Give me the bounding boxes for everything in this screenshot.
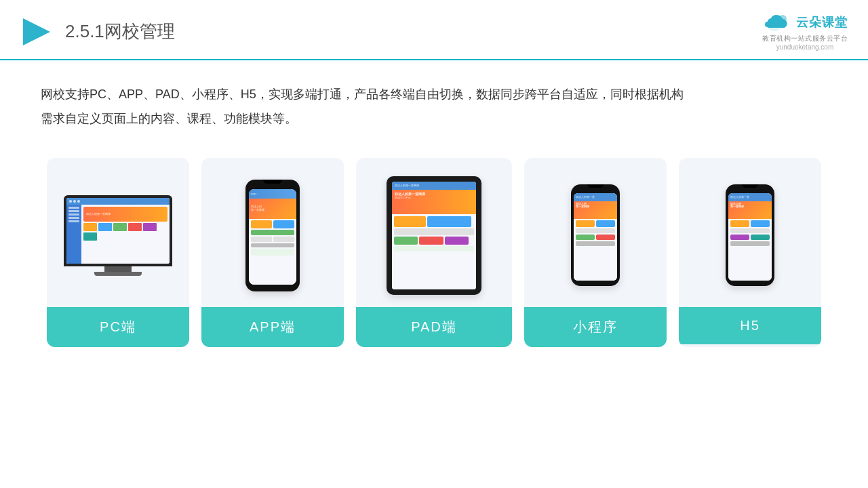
play-icon: [20, 16, 53, 48]
card-miniprogram: 职达人的第一堂 职达人的第一堂网课: [524, 158, 667, 347]
svg-marker-0: [23, 18, 50, 45]
tablet-mockup: 职达人的第一堂网课 职达人的第一堂网课 多端学习平台: [387, 176, 481, 295]
card-image-app: ●●●● 职达人的第一堂网课: [201, 158, 344, 307]
card-h5: 职达人的第一堂 职达人的第一堂网课: [679, 158, 821, 347]
svg-point-2: [778, 15, 787, 23]
title-prefix: 2.5.1: [65, 21, 104, 41]
cloud-icon: [762, 12, 792, 33]
description-block: 网校支持PC、APP、PAD、小程序、H5，实现多端打通，产品各终端自由切换，数…: [0, 60, 868, 138]
title-main: 网校管理: [104, 21, 175, 41]
card-label-pad: PAD端: [356, 307, 512, 347]
phone-mockup-app: ●●●● 职达人的第一堂网课: [245, 180, 300, 291]
cards-row: 职达人的第一堂网课: [0, 138, 868, 347]
card-label-app: APP端: [201, 307, 344, 347]
card-label-h5: H5: [679, 307, 821, 344]
phone-mini-h5: 职达人的第一堂 职达人的第一堂网课: [726, 184, 774, 286]
logo-cloud: 云朵课堂: [762, 12, 848, 33]
desc-line2: 需求自定义页面上的内容、课程、功能模块等。: [41, 106, 827, 131]
card-image-miniprogram: 职达人的第一堂 职达人的第一堂网课: [524, 158, 667, 307]
card-label-miniprogram: 小程序: [524, 307, 667, 347]
header: 2.5.1网校管理 云朵课堂 教育机构一站式服务云平台 yunduoketang…: [0, 0, 868, 60]
card-pc: 职达人的第一堂网课: [47, 158, 189, 347]
logo-area: 云朵课堂 教育机构一站式服务云平台 yunduoketang.com: [762, 12, 848, 51]
desc-line1: 网校支持PC、APP、PAD、小程序、H5，实现多端打通，产品各终端自由切换，数…: [41, 82, 827, 106]
card-image-h5: 职达人的第一堂 职达人的第一堂网课: [679, 158, 821, 307]
page-title: 2.5.1网校管理: [65, 20, 175, 43]
header-left: 2.5.1网校管理: [20, 16, 175, 48]
phone-mini-miniprogram: 职达人的第一堂 职达人的第一堂网课: [571, 184, 620, 286]
logo-text: 云朵课堂: [796, 14, 848, 30]
card-pad: 职达人的第一堂网课 职达人的第一堂网课 多端学习平台: [356, 158, 512, 347]
logo-domain: yunduoketang.com: [776, 43, 834, 51]
pc-mockup: 职达人的第一堂网课: [60, 195, 176, 276]
card-label-pc: PC端: [47, 307, 189, 347]
logo-tagline: 教育机构一站式服务云平台: [762, 34, 848, 43]
card-image-pc: 职达人的第一堂网课: [47, 158, 189, 307]
card-image-pad: 职达人的第一堂网课 职达人的第一堂网课 多端学习平台: [356, 158, 512, 307]
card-app: ●●●● 职达人的第一堂网课: [201, 158, 344, 347]
